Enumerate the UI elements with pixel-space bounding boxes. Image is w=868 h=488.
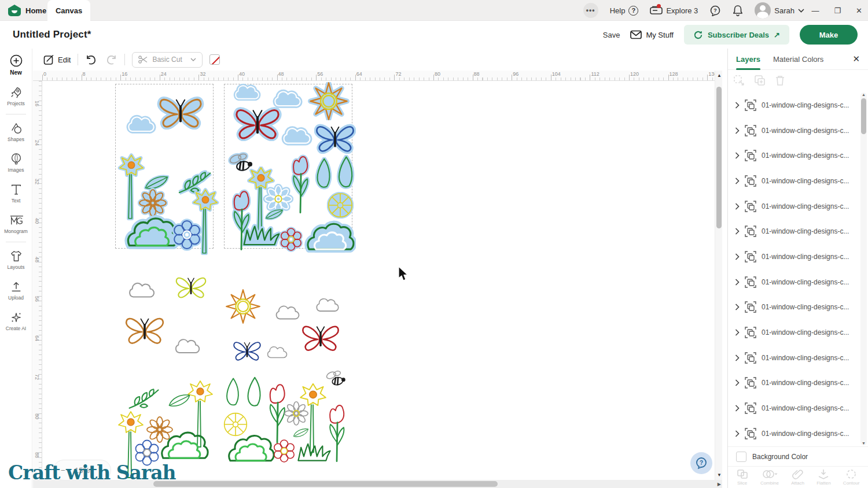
layer-row[interactable]: 01-window-cling-designs-c...	[728, 244, 861, 269]
art-cloud[interactable]	[313, 294, 342, 313]
art-leaf2[interactable]	[244, 376, 263, 409]
expand-chevron-icon[interactable]	[735, 379, 740, 386]
help-bubble-button[interactable]: ?	[690, 452, 712, 474]
expand-chevron-icon[interactable]	[735, 127, 740, 134]
art-flower6[interactable]	[171, 219, 203, 251]
layer-row[interactable]: 01-window-cling-designs-c...	[728, 219, 861, 244]
art-cloud[interactable]	[273, 301, 303, 321]
art-leaf2[interactable]	[334, 155, 355, 191]
attach-button-disabled[interactable]: Attach	[791, 469, 804, 486]
art-flower6[interactable]	[278, 227, 304, 252]
my-stuff-button[interactable]: My Stuff	[630, 30, 673, 39]
art-cloud[interactable]	[172, 334, 203, 355]
expand-chevron-icon[interactable]	[735, 354, 740, 361]
horizontal-scroll-thumb[interactable]	[153, 481, 498, 487]
scroll-right-arrow[interactable]: ▶	[718, 482, 721, 487]
panel-scrollbar[interactable]: ▲ ▼	[860, 93, 867, 445]
layer-row[interactable]: 01-window-cling-designs-c...	[728, 143, 861, 168]
expand-chevron-icon[interactable]	[735, 304, 740, 310]
expand-chevron-icon[interactable]	[735, 430, 740, 437]
art-sun[interactable]	[224, 289, 262, 324]
layer-row[interactable]: 01-window-cling-designs-c...	[728, 194, 861, 219]
art-sun[interactable]	[307, 82, 350, 120]
sidebar-item-images[interactable]: Images	[0, 147, 32, 178]
tab-layers[interactable]: Layers	[736, 49, 760, 70]
canvas-viewport[interactable]	[42, 81, 722, 488]
panel-scroll-up-arrow[interactable]: ▲	[862, 93, 866, 97]
art-wheel[interactable]	[327, 192, 354, 219]
art-butterfly[interactable]	[174, 273, 208, 300]
expand-chevron-icon[interactable]	[735, 102, 740, 109]
notifications-button[interactable]	[733, 5, 743, 16]
art-cloud[interactable]	[279, 123, 314, 146]
art-leaf[interactable]	[264, 207, 284, 221]
art-cloud[interactable]	[124, 112, 158, 134]
sidebar-item-monogram[interactable]: Monogram	[0, 209, 32, 239]
sidebar-item-text[interactable]: Text	[0, 178, 32, 209]
select-layers-icon-disabled[interactable]	[733, 74, 745, 87]
slice-button-disabled[interactable]: Slice	[737, 469, 748, 486]
layer-row[interactable]: 01-window-cling-designs-c...	[728, 345, 861, 371]
art-leaf[interactable]	[167, 392, 192, 408]
expand-chevron-icon[interactable]	[735, 203, 740, 210]
art-butterfly[interactable]	[123, 312, 166, 346]
zoom-out-button[interactable]: −	[61, 466, 65, 475]
art-butterfly[interactable]	[233, 103, 282, 141]
expand-chevron-icon[interactable]	[735, 329, 740, 336]
art-butterfly[interactable]	[157, 93, 204, 130]
window-close-button[interactable]: ✕	[856, 6, 862, 15]
art-cloud[interactable]	[126, 278, 158, 300]
expand-chevron-icon[interactable]	[735, 253, 740, 260]
vertical-scroll-thumb[interactable]	[716, 87, 722, 228]
no-color-swatch[interactable]	[209, 54, 220, 65]
delete-icon-disabled[interactable]	[774, 74, 786, 87]
layer-row[interactable]: 01-window-cling-designs-c...	[728, 320, 861, 345]
art-bush[interactable]	[159, 427, 209, 463]
window-maximize-button[interactable]: ❐	[834, 6, 841, 15]
combine-button-disabled[interactable]: Combine	[760, 469, 779, 486]
save-button[interactable]: Save	[603, 31, 620, 39]
art-leaf[interactable]	[292, 427, 310, 438]
make-button[interactable]: Make	[800, 25, 858, 45]
sidebar-item-new[interactable]: New	[0, 49, 32, 81]
canvas-vertical-scrollbar[interactable]: ▲ ▼	[715, 71, 722, 480]
scroll-down-arrow[interactable]: ▼	[717, 472, 722, 478]
art-butterfly[interactable]	[232, 338, 262, 362]
layer-row[interactable]: 01-window-cling-designs-c...	[728, 118, 861, 143]
panel-scroll-down-arrow[interactable]: ▼	[862, 441, 866, 445]
panel-scroll-thumb[interactable]	[861, 98, 866, 134]
contour-button-disabled[interactable]: Contour	[843, 469, 859, 486]
art-butterfly[interactable]	[300, 320, 341, 353]
layer-row[interactable]: 01-window-cling-designs-c...	[728, 93, 861, 118]
expand-chevron-icon[interactable]	[735, 178, 740, 184]
panel-close-button[interactable]: ✕	[852, 54, 860, 64]
art-cloud[interactable]	[229, 81, 266, 101]
art-butterfly[interactable]	[314, 120, 356, 154]
layer-row[interactable]: 01-window-cling-designs-c...	[728, 168, 861, 194]
tab-canvas[interactable]: Canvas	[47, 0, 90, 21]
layer-row[interactable]: 01-window-cling-designs-c...	[728, 269, 861, 295]
expand-chevron-icon[interactable]	[735, 279, 740, 286]
more-options-button[interactable]: •••	[583, 3, 598, 18]
operation-dropdown[interactable]: Basic Cut	[132, 52, 203, 68]
expand-chevron-icon[interactable]	[735, 152, 740, 159]
expand-chevron-icon[interactable]	[735, 405, 740, 412]
art-bush[interactable]	[226, 430, 275, 465]
canvas-horizontal-scrollbar[interactable]: ▶	[33, 480, 722, 488]
sidebar-item-shapes[interactable]: Shapes	[0, 117, 32, 147]
art-grass[interactable]	[297, 441, 332, 463]
expand-chevron-icon[interactable]	[735, 228, 740, 235]
account-menu[interactable]: Sarah	[755, 2, 804, 19]
feedback-button[interactable]: ?	[709, 5, 721, 16]
layer-row[interactable]: 01-window-cling-designs-c...	[728, 371, 861, 396]
redo-button[interactable]	[105, 54, 117, 65]
zoom-in-button[interactable]: +	[99, 466, 104, 475]
art-flower6[interactable]	[133, 438, 161, 467]
duplicate-icon-disabled[interactable]	[753, 74, 766, 87]
sidebar-item-projects[interactable]: Projects	[0, 81, 32, 112]
scroll-up-arrow[interactable]: ▲	[717, 73, 722, 78]
tab-home[interactable]: Home	[8, 0, 46, 21]
tab-material-colors[interactable]: Material Colors	[773, 55, 823, 64]
art-leaf2[interactable]	[223, 377, 241, 408]
flatten-button-disabled[interactable]: Flatten	[816, 469, 830, 486]
